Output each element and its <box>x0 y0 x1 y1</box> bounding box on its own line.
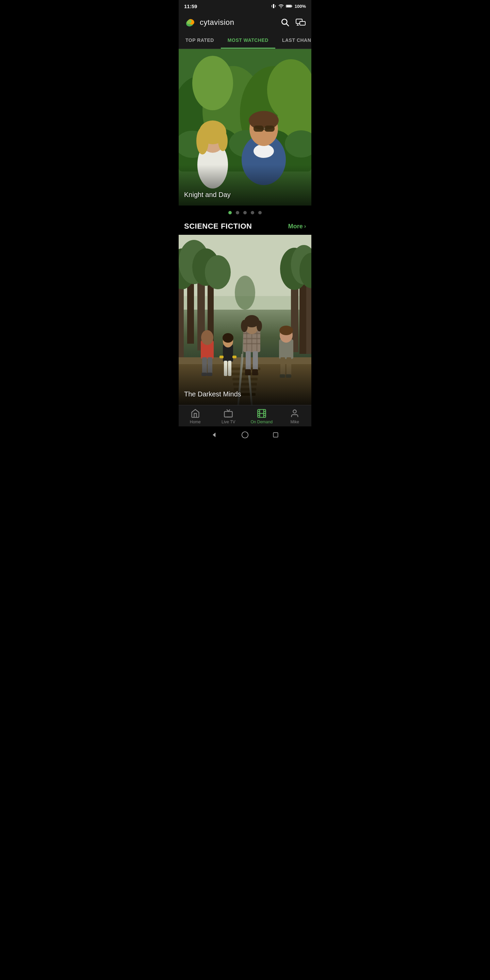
svg-rect-14 <box>300 21 305 25</box>
section-title: SCIENCE FICTION <box>184 222 252 231</box>
bottom-nav: Home Live TV On Demand Mike <box>179 405 311 426</box>
section-header: SCIENCE FICTION More › <box>179 220 311 235</box>
screens-icon <box>296 18 306 27</box>
square-icon <box>272 431 279 438</box>
svg-rect-39 <box>253 126 264 132</box>
android-nav-bar <box>179 426 311 443</box>
svg-point-22 <box>192 56 233 110</box>
svg-point-51 <box>205 255 231 289</box>
nav-mike[interactable]: Mike <box>278 409 312 424</box>
battery-icon <box>286 4 293 8</box>
battery-percent: 100% <box>295 4 306 9</box>
hero-gradient <box>179 165 311 205</box>
search-button[interactable] <box>281 18 290 27</box>
tabs-bar: TOP RATED MOST WATCHED LAST CHANCE NEW A… <box>179 33 311 49</box>
svg-line-12 <box>286 24 289 26</box>
back-button[interactable] <box>211 431 218 438</box>
svg-rect-6 <box>291 5 292 7</box>
svg-point-11 <box>282 19 287 24</box>
home-button[interactable] <box>241 431 249 439</box>
dot-1[interactable] <box>228 211 232 215</box>
svg-rect-121 <box>274 433 278 437</box>
svg-point-33 <box>196 127 208 154</box>
vibrate-icon <box>271 3 276 9</box>
svg-point-74 <box>201 330 213 345</box>
dot-5[interactable] <box>258 211 262 215</box>
dot-indicators <box>179 205 311 220</box>
svg-rect-5 <box>286 5 291 7</box>
hero-banner[interactable]: Knight and Day <box>179 49 311 205</box>
svg-rect-85 <box>232 356 237 358</box>
second-hero-gradient <box>179 364 311 405</box>
user-icon <box>290 409 299 418</box>
top-nav: cytavision <box>179 12 311 33</box>
tab-top-rated[interactable]: TOP RATED <box>179 33 221 49</box>
home-icon <box>191 409 200 418</box>
svg-marker-119 <box>213 433 215 437</box>
svg-rect-2 <box>275 5 275 8</box>
dot-2[interactable] <box>236 211 239 215</box>
science-fiction-banner[interactable]: The Darkest Minds <box>179 235 311 405</box>
svg-point-36 <box>253 144 274 158</box>
status-icons: 100% <box>271 3 306 9</box>
recents-button[interactable] <box>272 431 279 438</box>
status-time: 11:59 <box>184 3 197 9</box>
svg-rect-1 <box>272 5 272 8</box>
more-chevron-icon: › <box>304 223 306 229</box>
svg-point-58 <box>235 275 255 310</box>
logo-container: cytavision <box>184 16 234 29</box>
dot-3[interactable] <box>243 211 247 215</box>
logo-icon <box>184 16 197 29</box>
nav-live-tv[interactable]: Live TV <box>212 409 245 424</box>
tv-icon <box>224 409 233 418</box>
nav-live-tv-label: Live TV <box>221 420 235 424</box>
second-hero-title: The Darkest Minds <box>184 390 241 398</box>
film-icon <box>257 409 266 418</box>
svg-point-3 <box>280 7 282 8</box>
logo-text: cytavision <box>200 18 234 27</box>
svg-point-95 <box>241 320 248 332</box>
back-icon <box>211 431 218 438</box>
more-button[interactable]: More › <box>288 223 306 230</box>
nav-home[interactable]: Home <box>179 409 212 424</box>
search-icon <box>281 18 290 27</box>
tab-last-chance[interactable]: LAST CHANCE <box>275 33 311 49</box>
tab-most-watched[interactable]: MOST WATCHED <box>221 33 275 49</box>
hero-title: Knight and Day <box>184 191 231 199</box>
svg-point-96 <box>256 321 262 331</box>
screens-button[interactable] <box>296 18 306 27</box>
svg-rect-84 <box>220 356 224 358</box>
nav-on-demand-label: On Demand <box>250 420 272 424</box>
svg-rect-108 <box>224 411 232 417</box>
svg-rect-0 <box>273 4 274 8</box>
status-bar: 11:59 100% <box>179 0 311 12</box>
nav-on-demand[interactable]: On Demand <box>245 409 278 424</box>
circle-icon <box>241 431 249 439</box>
nav-icons <box>281 18 306 27</box>
nav-mike-label: Mike <box>291 420 299 424</box>
svg-point-103 <box>279 326 293 335</box>
svg-point-83 <box>223 333 234 343</box>
svg-rect-41 <box>264 127 265 130</box>
svg-point-118 <box>293 410 296 413</box>
svg-point-120 <box>242 432 248 438</box>
wifi-icon <box>278 3 284 9</box>
nav-home-label: Home <box>190 420 201 424</box>
dot-4[interactable] <box>251 211 254 215</box>
svg-point-34 <box>218 130 228 151</box>
more-label: More <box>288 223 303 230</box>
svg-rect-40 <box>264 126 275 132</box>
